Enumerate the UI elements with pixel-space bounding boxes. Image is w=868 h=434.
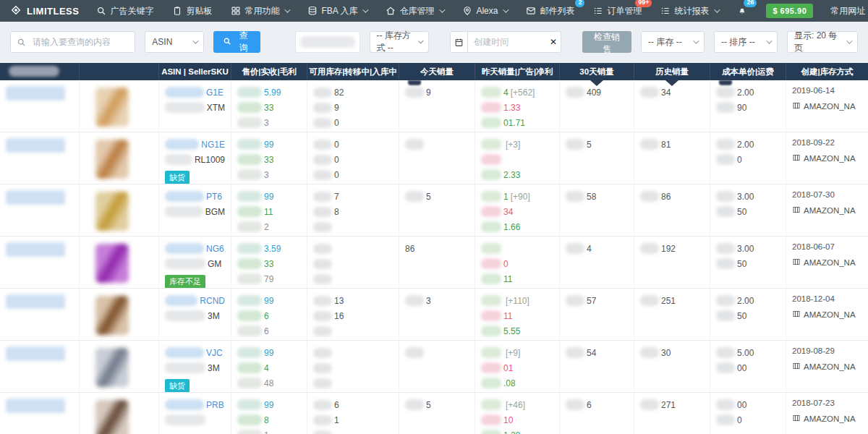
warehouse-icon: [792, 414, 801, 424]
redacted-marker: [408, 80, 421, 85]
table-row: RCND3M996613163[+110]115.55572512.005020…: [0, 289, 868, 341]
column-header-10: 创建|库存方式: [786, 63, 868, 80]
cell-id: [0, 341, 80, 392]
redacted-id: [6, 242, 65, 257]
cell-price: 9981: [231, 393, 307, 434]
asin-link[interactable]: NG1E: [201, 140, 225, 150]
column-header-6: 昨天销量|广告|净利: [475, 63, 560, 80]
cell-asin-sku: PRB: [159, 393, 231, 434]
redacted-pill: [313, 244, 332, 254]
redacted-pill: [165, 206, 203, 217]
column-header-9: 成本单价|运费: [710, 63, 786, 80]
query-button[interactable]: 查询: [213, 31, 260, 53]
cell-image: [80, 132, 159, 184]
status-badge: 库存不足: [165, 275, 205, 288]
cell-yesterday-sales: [+9]01.08: [475, 341, 560, 392]
redacted-pill: [716, 347, 735, 358]
chevron-down-icon: [363, 7, 369, 12]
redacted-pill: [165, 102, 205, 113]
check-sales-button[interactable]: 检查销售: [582, 31, 631, 53]
cell-history-sales: 81: [634, 132, 710, 184]
asin-link[interactable]: NG6: [206, 244, 224, 254]
search-input[interactable]: [10, 31, 135, 53]
redacted-pill: [405, 191, 424, 202]
redacted-pill: [481, 221, 501, 232]
redacted-pill: [165, 87, 204, 98]
stock-filter-select[interactable]: -- 库存 --: [641, 31, 705, 53]
cell-30day-sales: 5: [560, 132, 634, 184]
redacted-pill: [165, 310, 205, 321]
redacted-pill: [716, 243, 735, 254]
redacted-pill: [165, 362, 205, 373]
table-body: G1EXTM5.99333829094[+562]1.3301.71409342…: [0, 80, 868, 434]
nav-menu-right: 常用网址系统管理系统: [830, 0, 868, 22]
redacted-pill: [313, 400, 332, 410]
chevron-down-icon: [418, 38, 424, 44]
chevron-down-icon: [715, 7, 720, 12]
redacted-pill: [640, 399, 659, 410]
nav-item-mail-list[interactable]: 邮件列表2: [526, 0, 574, 22]
nav-menu: 广告关键字剪贴板常用功能FBA 入库仓库管理Alexa邮件列表2订单管理99+统…: [96, 0, 813, 22]
redacted-pill: [313, 363, 332, 373]
nav-item-notifications[interactable]: 26: [737, 0, 747, 22]
redacted-id: [6, 294, 65, 309]
column-header-4: 可用库存|转移中|入库中: [307, 63, 399, 80]
cell-inventory: [307, 237, 399, 288]
cell-asin-sku: VJC3M缺货: [159, 341, 231, 392]
count-badge: 26: [744, 0, 757, 7]
search-box: [10, 31, 135, 53]
nav-item-fba-inbound[interactable]: FBA 入库: [307, 0, 367, 22]
asin-link[interactable]: PT6: [206, 192, 222, 202]
nav-item-order-mgmt[interactable]: 订单管理99+: [593, 0, 642, 22]
redacted-pill: [481, 154, 501, 165]
cell-created: 2019-06-14AMAZON_NA: [786, 80, 868, 132]
cell-inventory: 61: [307, 393, 399, 434]
brand[interactable]: LIMITLESS: [10, 4, 79, 18]
redacted-pill: [716, 399, 735, 410]
search-type-select[interactable]: ASIN: [145, 31, 204, 53]
redacted-pill: [566, 347, 584, 358]
sort-select[interactable]: -- 排序 --: [714, 31, 778, 53]
cell-inventory: [307, 341, 399, 392]
redacted-filter-input[interactable]: [295, 31, 360, 53]
redacted-pill: [237, 169, 262, 180]
location-pin-icon: [462, 6, 472, 16]
nav-item-common-functions[interactable]: 常用功能: [231, 0, 289, 22]
cell-created: 2018-06-07AMAZON_NA: [786, 237, 868, 288]
asin-link[interactable]: VJC: [206, 348, 223, 358]
chevron-down-icon: [766, 38, 772, 43]
pagesize-select[interactable]: 显示: 20 每页: [787, 31, 858, 53]
cell-cost: 3.0050: [710, 237, 786, 288]
cell-image: [80, 237, 159, 288]
redacted-pill: [237, 221, 262, 232]
redacted-value: [300, 36, 355, 48]
cell-id: [0, 132, 80, 184]
status-badge: 缺货: [165, 379, 190, 392]
nav-item-stats-report[interactable]: 统计报表: [660, 0, 718, 22]
table-row: VJC3M缺货99448[+9]01.0854305.00002019-08-2…: [0, 341, 868, 393]
nav-item-warehouse-mgmt[interactable]: 仓库管理: [386, 0, 443, 22]
nav-item-clipboard[interactable]: 剪贴板: [172, 0, 212, 22]
asin-link[interactable]: G1E: [206, 88, 224, 98]
create-date-input[interactable]: [468, 37, 546, 47]
cell-asin-sku: NG6GM库存不足: [159, 237, 231, 288]
redacted-pill: [481, 414, 501, 425]
filter-toolbar: ASIN 查询 -- 库存方式 -- ✕ 检查销售 -- 库存 -- -- 排序…: [0, 22, 868, 63]
search-icon: [96, 6, 106, 16]
calendar-icon[interactable]: [451, 32, 468, 52]
nav-item-balance[interactable]: $ 695.90: [766, 0, 813, 22]
cell-cost: 5.0000: [710, 341, 786, 392]
asin-link[interactable]: PRB: [206, 400, 224, 410]
cell-history-sales: 251: [634, 289, 710, 340]
nav-item-alexa[interactable]: Alexa: [462, 0, 507, 22]
product-image: [95, 400, 129, 434]
status-badge: 缺货: [165, 171, 190, 184]
storage-type-select[interactable]: -- 库存方式 --: [370, 31, 429, 53]
redacted-pill: [405, 139, 424, 150]
clear-date-icon[interactable]: ✕: [546, 37, 560, 47]
nav-item-common-urls[interactable]: 常用网址: [830, 0, 868, 22]
cell-30day-sales: 409: [560, 80, 634, 132]
asin-link[interactable]: RCND: [200, 296, 225, 306]
nav-item-ad-keywords[interactable]: 广告关键字: [96, 0, 153, 22]
redacted-pill: [640, 87, 659, 98]
